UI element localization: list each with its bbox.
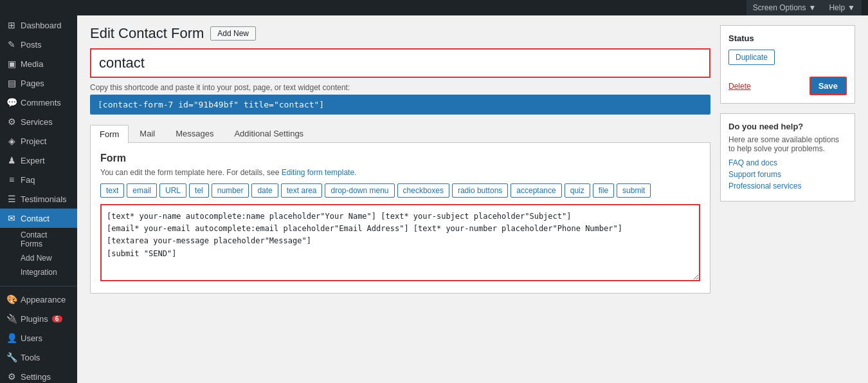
sidebar-item-label: Testimonials (21, 194, 67, 204)
sidebar-item-dashboard[interactable]: ⊞ Dashboard (0, 15, 77, 35)
form-title-input[interactable] (90, 48, 710, 78)
sidebar-item-label: Pages (21, 79, 44, 88)
expert-icon: ♟ (6, 155, 17, 165)
tag-btn-dropdown[interactable]: drop-down menu (325, 183, 394, 198)
sidebar-item-plugins[interactable]: 🔌 Plugins 6 (0, 309, 77, 328)
screen-options-chevron: ▼ (809, 3, 817, 12)
sidebar-item-label: Users (21, 333, 42, 343)
tag-btn-acceptance[interactable]: acceptance (511, 183, 561, 198)
professional-services-link[interactable]: Professional services (728, 182, 847, 191)
shortcode-box: [contact-form-7 id="91b49bf" title="cont… (90, 95, 710, 115)
tag-buttons-row: text email URL tel number date text area… (100, 183, 700, 198)
sidebar-item-tools[interactable]: 🔧 Tools (0, 348, 77, 367)
tag-btn-date[interactable]: date (251, 183, 278, 198)
form-tab-panel: Form You can edit the form template here… (90, 143, 710, 294)
add-new-button[interactable]: Add New (210, 26, 256, 41)
help-button[interactable]: Help ▼ (822, 0, 862, 15)
plugins-badge: 6 (52, 315, 62, 322)
tab-form[interactable]: Form (90, 125, 129, 143)
contact-icon: ✉ (6, 213, 17, 223)
screen-options-label: Screen Options (753, 3, 806, 12)
sidebar-item-comments[interactable]: 💬 Comments (0, 93, 77, 112)
services-icon: ⚙ (6, 117, 17, 127)
tag-btn-text[interactable]: text (100, 183, 124, 198)
project-icon: ◈ (6, 136, 17, 146)
sidebar-item-label: Settings (21, 372, 51, 382)
status-panel-title: Status (728, 33, 847, 43)
help-panel-description: Here are some available options to help … (728, 135, 847, 153)
sidebar-item-media[interactable]: ▣ Media (0, 54, 77, 73)
comments-icon: 💬 (6, 97, 17, 107)
editing-form-template-link[interactable]: Editing form template. (282, 168, 357, 177)
sidebar-sub-add-new[interactable]: Add New (0, 251, 77, 265)
status-panel: Status Duplicate Delete Save (720, 25, 855, 104)
help-panel: Do you need help? Here are some availabl… (720, 113, 855, 201)
sidebar-item-posts[interactable]: ✎ Posts (0, 35, 77, 54)
sidebar-sub-integration[interactable]: Integration (0, 265, 77, 279)
testimonials-icon: ☰ (6, 194, 17, 204)
tab-mail[interactable]: Mail (130, 124, 165, 142)
plugins-icon: 🔌 (6, 313, 17, 324)
save-button[interactable]: Save (809, 77, 847, 95)
sidebar-item-label: Contact (21, 214, 50, 223)
sidebar-item-label: Services (21, 117, 53, 127)
duplicate-button[interactable]: Duplicate (728, 50, 775, 65)
panel-title: Form (100, 153, 700, 164)
help-chevron: ▼ (847, 3, 855, 12)
delete-button[interactable]: Delete (728, 82, 751, 91)
sidebar-item-users[interactable]: 👤 Users (0, 328, 77, 348)
page-title: Edit Contact Form (90, 25, 204, 42)
tag-btn-radio[interactable]: radio buttons (452, 183, 508, 198)
form-code-editor[interactable]: [text* your-name autocomplete:name place… (100, 204, 700, 281)
tag-btn-tel[interactable]: tel (189, 183, 209, 198)
tag-btn-checkboxes[interactable]: checkboxes (397, 183, 449, 198)
sidebar-item-label: Expert (21, 156, 45, 165)
tag-btn-textarea[interactable]: text area (281, 183, 323, 198)
tab-messages[interactable]: Messages (166, 124, 223, 142)
sidebar-item-label: Project (21, 136, 46, 146)
sidebar-item-services[interactable]: ⚙ Services (0, 112, 77, 131)
support-forums-link[interactable]: Support forums (728, 170, 847, 179)
sidebar: ⊞ Dashboard ✎ Posts ▣ Media ▤ Pages 💬 Co… (0, 15, 77, 383)
sidebar-item-appearance[interactable]: 🎨 Appearance (0, 290, 77, 309)
sidebar-item-label: Posts (21, 40, 42, 50)
shortcode-label: Copy this shortcode and paste it into yo… (90, 83, 710, 92)
dashboard-icon: ⊞ (6, 20, 17, 30)
sidebar-item-pages[interactable]: ▤ Pages (0, 73, 77, 93)
sidebar-item-label: Faq (21, 175, 35, 185)
sidebar-item-faq[interactable]: ≡ Faq (0, 170, 77, 189)
media-icon: ▣ (6, 59, 17, 69)
screen-options-button[interactable]: Screen Options ▼ (746, 0, 823, 15)
tag-btn-quiz[interactable]: quiz (565, 183, 590, 198)
faq-docs-link[interactable]: FAQ and docs (728, 158, 847, 167)
tag-btn-email[interactable]: email (127, 183, 157, 198)
sidebar-item-testimonials[interactable]: ☰ Testimonials (0, 189, 77, 209)
sidebar-item-label: Plugins (21, 314, 48, 324)
sidebar-item-label: Media (21, 59, 43, 69)
right-sidebar: Status Duplicate Delete Save Do you need… (720, 25, 855, 373)
tag-btn-file[interactable]: file (593, 183, 614, 198)
page-title-row: Edit Contact Form Add New (90, 25, 710, 42)
sidebar-item-project[interactable]: ◈ Project (0, 131, 77, 151)
sidebar-item-settings[interactable]: ⚙ Settings (0, 367, 77, 383)
tabs: Form Mail Messages Additional Settings (90, 124, 710, 143)
tools-icon: 🔧 (6, 352, 17, 362)
content-area: Edit Contact Form Add New Copy this shor… (90, 25, 710, 373)
sidebar-sub-contact-forms[interactable]: Contact Forms (0, 228, 77, 251)
top-bar: Screen Options ▼ Help ▼ (0, 0, 868, 15)
pages-icon: ▤ (6, 78, 17, 88)
faq-icon: ≡ (6, 174, 17, 185)
tag-btn-submit[interactable]: submit (617, 183, 651, 198)
sidebar-item-contact[interactable]: ✉ Contact (0, 209, 77, 228)
tag-btn-number[interactable]: number (212, 183, 249, 198)
sidebar-item-expert[interactable]: ♟ Expert (0, 151, 77, 170)
settings-icon: ⚙ (6, 371, 17, 382)
tag-btn-url[interactable]: URL (159, 183, 186, 198)
status-row: Delete Save (728, 77, 847, 95)
posts-icon: ✎ (6, 39, 17, 50)
help-label: Help (829, 3, 845, 12)
tab-additional-settings[interactable]: Additional Settings (224, 124, 313, 142)
sidebar-item-label: Dashboard (21, 21, 62, 30)
panel-description: You can edit the form template here. For… (100, 168, 700, 177)
users-icon: 👤 (6, 333, 17, 343)
